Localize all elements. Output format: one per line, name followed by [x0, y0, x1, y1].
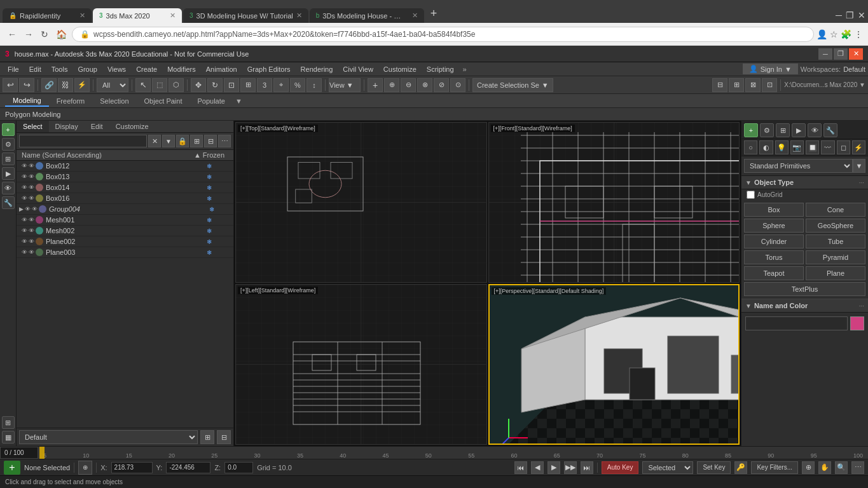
vis-eye1[interactable]: 👁 — [22, 173, 27, 180]
viewport-perspective[interactable]: [+][Perspective][Standard][Default Shadi… — [488, 284, 740, 445]
rp-tab2-5[interactable]: 🔲 — [806, 140, 819, 154]
vis-eye1[interactable]: 👁 — [22, 184, 27, 191]
list-item[interactable]: 👁 👁 Plane003 ❄ — [17, 247, 233, 258]
side-icon-display[interactable]: 👁 — [2, 182, 15, 194]
app-minimize[interactable]: ─ — [818, 48, 832, 60]
vis-eye1[interactable]: 👁 — [22, 227, 27, 234]
menu-rendering[interactable]: Rendering — [296, 64, 338, 74]
coord-button[interactable]: 3 — [257, 78, 272, 92]
select-move[interactable]: ✥ — [191, 78, 206, 92]
autokey-btn[interactable]: Auto Key — [602, 461, 639, 474]
obj-btn-teapot[interactable]: Teapot — [744, 266, 804, 280]
select-region-button[interactable]: ⬚ — [152, 78, 167, 92]
vis-eye1[interactable]: 👁 — [22, 163, 27, 169]
menu-tools[interactable]: Tools — [46, 64, 73, 74]
side-icon-utilities[interactable]: 🔧 — [2, 196, 15, 209]
playback-start[interactable]: ⏮ — [514, 461, 527, 474]
view-button[interactable]: View ▼ — [329, 78, 361, 92]
ribbon-tab-object-paint[interactable]: Object Paint — [137, 96, 190, 106]
bookmark-star[interactable]: ☆ — [830, 29, 838, 39]
vis-eye2[interactable]: 👁 — [29, 249, 34, 255]
tool5[interactable]: ⊙ — [450, 78, 465, 92]
coord-x[interactable] — [111, 462, 153, 473]
filter-dropdown[interactable]: All — [97, 78, 128, 92]
menu-group[interactable]: Group — [72, 64, 102, 74]
percent-snap[interactable]: % — [290, 78, 305, 92]
rp-tab2-8[interactable]: ⚡ — [852, 140, 865, 154]
lock-btn[interactable]: 🔒 — [176, 135, 189, 147]
list-item[interactable]: 👁 👁 Box013 ❄ — [17, 172, 233, 182]
more-tools[interactable]: ⋯ — [851, 461, 864, 474]
obj-name-input[interactable] — [745, 316, 848, 330]
coord-z[interactable] — [224, 462, 253, 473]
obj-btn-plane[interactable]: Plane — [806, 266, 865, 280]
align-btn4[interactable]: ⊡ — [762, 78, 777, 92]
menu-graph-editors[interactable]: Graph Editors — [242, 64, 296, 74]
add-key-btn[interactable]: + — [4, 461, 20, 475]
selection-se-dropdown[interactable]: Create Selection Se▼ — [472, 78, 553, 92]
left-tab-customize[interactable]: Customize — [109, 121, 155, 132]
obj-btn-geosphere[interactable]: GeoSphere — [806, 219, 865, 233]
back-button[interactable]: ← — [5, 27, 19, 42]
select-scale[interactable]: ⊡ — [224, 78, 239, 92]
vis-eye2[interactable]: 👁 — [29, 217, 34, 223]
key-icon[interactable]: 🔑 — [734, 461, 747, 474]
autogrid-check[interactable] — [747, 191, 755, 199]
vis-eye1[interactable]: 👁 — [22, 238, 27, 245]
menu-modifiers[interactable]: Modifiers — [162, 64, 201, 74]
select-rotate[interactable]: ↻ — [207, 78, 223, 92]
vis-eye1[interactable]: 👁 — [22, 217, 27, 223]
expand-arrow[interactable]: ▶ — [19, 206, 24, 212]
tool2[interactable]: ⊖ — [401, 78, 416, 92]
expand-all[interactable]: ⊞ — [190, 135, 203, 147]
side-icon-motion[interactable]: ▶ — [2, 167, 15, 180]
vis-eye1[interactable]: 👁 — [25, 206, 31, 212]
rp-tab2-1[interactable]: ○ — [744, 140, 757, 154]
sign-in-button[interactable]: 👤 Sign In ▼ — [743, 64, 798, 74]
new-tab-button[interactable]: + — [425, 7, 443, 20]
obj-btn-cylinder[interactable]: Cylinder — [744, 234, 804, 248]
menu-views[interactable]: Views — [102, 64, 131, 74]
viewport-left[interactable]: [+][Left][Standard][Wireframe] — [235, 284, 487, 445]
menu-civil-view[interactable]: Civil View — [338, 64, 378, 74]
reload-button[interactable]: ↻ — [38, 27, 51, 42]
spinner-snap[interactable]: ↕ — [307, 78, 322, 92]
obj-btn-tube[interactable]: Tube — [806, 234, 865, 248]
menu-create[interactable]: Create — [131, 64, 162, 74]
timeline-track[interactable]: 5 10 15 20 25 30 35 40 45 50 55 60 65 70… — [38, 447, 868, 459]
ribbon-expand[interactable]: ▼ — [235, 97, 242, 105]
pan-btn[interactable]: ✋ — [818, 461, 831, 474]
browser-tab-2[interactable]: 3 3D Modeling House W/ Tutorial ✕ — [183, 8, 308, 23]
layer-btn2[interactable]: ⊟ — [217, 430, 231, 444]
ribbon-tab-populate[interactable]: Populate — [189, 96, 232, 106]
list-item[interactable]: 👁 👁 Mesh002 ❄ — [17, 226, 233, 236]
menu-edit[interactable]: Edit — [24, 64, 46, 74]
select-tool2[interactable]: ⬡ — [169, 78, 184, 92]
rp-tab2-6[interactable]: 〰 — [821, 140, 834, 154]
angle-snap[interactable]: ⌖ — [273, 78, 289, 92]
rp-tab2-2[interactable]: ◐ — [759, 140, 773, 154]
side-icon-modify[interactable]: ⚙ — [2, 138, 15, 151]
undo-button[interactable]: ↩ — [3, 78, 18, 92]
rp-tab-motion[interactable]: ▶ — [792, 123, 806, 137]
url-bar[interactable]: 🔒 wcpss-bendith.cameyo.net/app.html?appN… — [72, 27, 814, 42]
rp-tab2-4[interactable]: 📷 — [790, 140, 804, 154]
vis-eye1[interactable]: 👁 — [22, 195, 27, 201]
menu-dots[interactable]: ⋮ — [854, 29, 863, 39]
tool1[interactable]: ⊕ — [384, 78, 399, 92]
vis-eye2[interactable]: 👁 — [29, 227, 34, 234]
side-icon-grid[interactable]: ⊞ — [2, 416, 15, 429]
browser-tab-3[interactable]: b 3Ds Modeling House - w/ Tutori... ✕ — [310, 8, 424, 23]
playback-end[interactable]: ⏭ — [581, 461, 593, 474]
snap-toggle[interactable]: ⊕ — [78, 461, 92, 475]
side-icon-quad[interactable]: ▦ — [2, 431, 15, 444]
layer-select[interactable]: Default — [19, 430, 198, 444]
rp-tab2-7[interactable]: ◻ — [837, 140, 850, 154]
key-filters-btn[interactable]: Key Filters... — [751, 461, 798, 474]
ribbon-tab-selection[interactable]: Selection — [92, 96, 136, 106]
rp-tab-utilities[interactable]: 🔧 — [823, 123, 837, 137]
left-tab-select[interactable]: Select — [17, 121, 49, 132]
vis-eye2[interactable]: 👁 — [29, 163, 34, 169]
list-item[interactable]: ▶ 👁 👁 Group004 ❄ — [17, 204, 233, 215]
align-btn[interactable]: ⊟ — [712, 78, 727, 92]
